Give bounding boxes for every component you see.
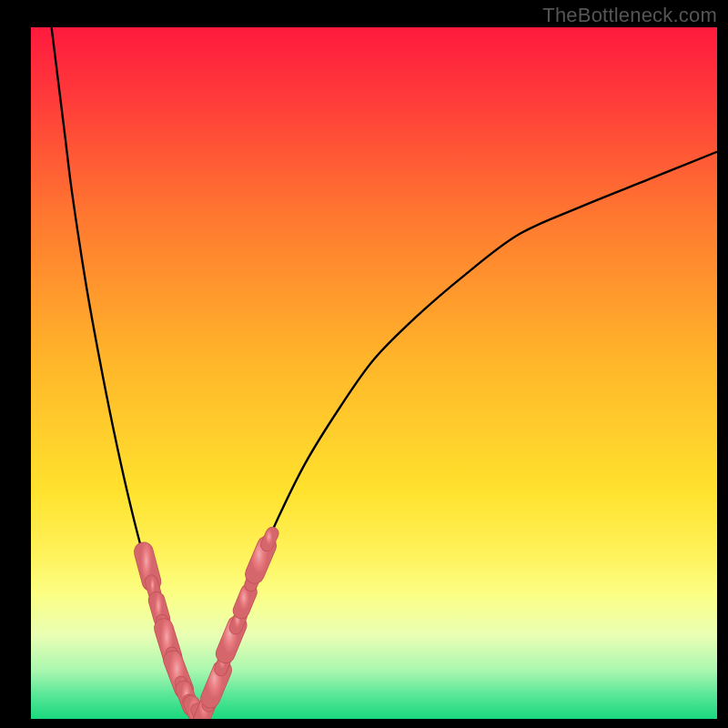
plot-area: [31, 27, 717, 719]
bead: [267, 533, 272, 545]
bead: [241, 592, 248, 611]
plot-background: [31, 27, 717, 719]
bead: [151, 581, 155, 593]
watermark-text: TheBottleneck.com: [542, 4, 717, 27]
chart-svg: [31, 27, 717, 719]
chart-frame: [0, 0, 728, 728]
